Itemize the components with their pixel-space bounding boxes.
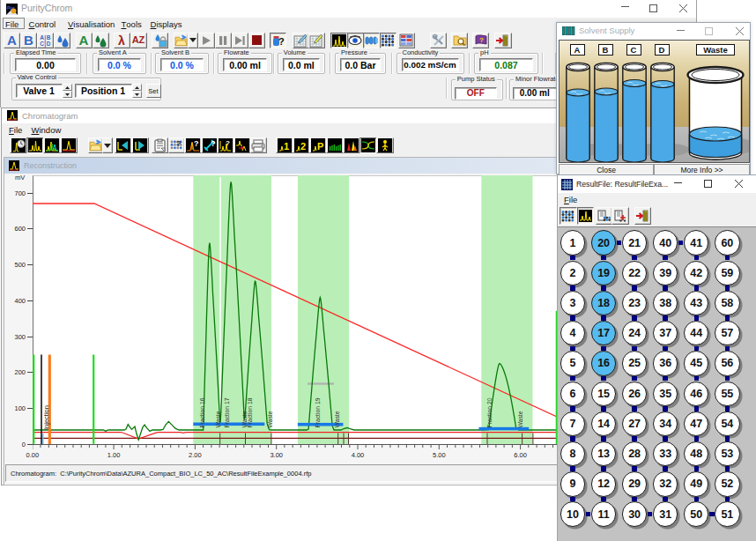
svg-text:Fraction 18: Fraction 18 — [247, 397, 253, 427]
svg-text:Waste: Waste — [215, 411, 221, 427]
svg-text:?: ? — [278, 36, 285, 47]
svg-text:Fraction 19: Fraction 19 — [315, 397, 321, 427]
svg-text:Fraction 17: Fraction 17 — [224, 397, 230, 427]
svg-text:?: ? — [479, 36, 484, 44]
svg-text:P: P — [317, 141, 323, 152]
svg-text:Waste: Waste — [517, 411, 523, 427]
svg-text:?: ? — [194, 139, 199, 148]
svg-text:?: ? — [211, 139, 216, 148]
svg-text:?: ? — [226, 139, 230, 147]
svg-text:Fraction 16: Fraction 16 — [199, 397, 205, 427]
svg-text:2: 2 — [300, 141, 306, 152]
svg-text:Fraction 20: Fraction 20 — [486, 397, 493, 427]
svg-text:1: 1 — [284, 141, 289, 152]
svg-text:Waste: Waste — [267, 411, 273, 427]
svg-text:?: ? — [176, 139, 182, 148]
svg-text:Injection: Injection — [42, 405, 50, 430]
svg-text:Waste: Waste — [334, 411, 340, 427]
